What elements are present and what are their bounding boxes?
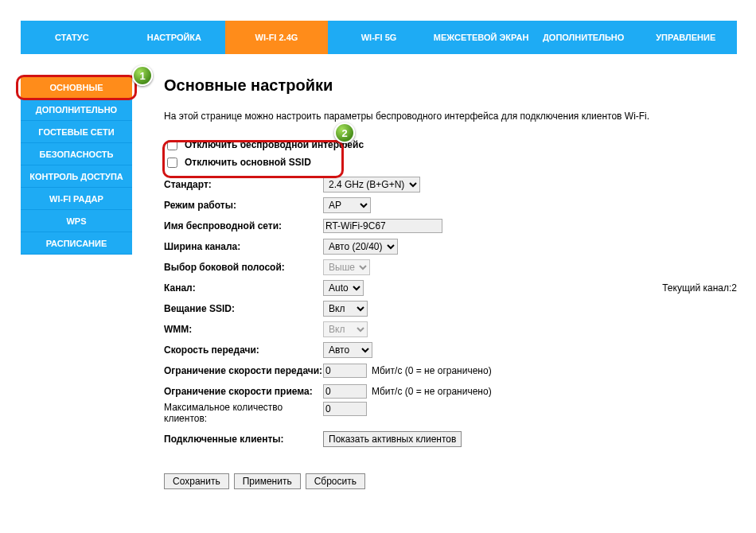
band-select[interactable]: 2.4 GHz (B+G+N) <box>323 177 420 193</box>
wmm-select: Вкл <box>323 321 368 337</box>
page-intro: На этой странице можно настроить парамет… <box>164 111 737 122</box>
sidebar: ОСНОВНЫЕ ДОПОЛНИТЕЛЬНО ГОСТЕВЫЕ СЕТИ БЕЗ… <box>21 76 132 489</box>
topnav-status[interactable]: СТАТУС <box>21 21 123 54</box>
sidebar-item-guest[interactable]: ГОСТЕВЫЕ СЕТИ <box>21 121 132 143</box>
show-clients-button[interactable]: Показать активных клиентов <box>323 431 462 447</box>
topnav-wifi5g[interactable]: WI-FI 5G <box>328 21 431 54</box>
page-title: Основные настройки <box>164 76 737 95</box>
save-button[interactable]: Сохранить <box>164 473 229 489</box>
disable-wlan-checkbox[interactable] <box>167 140 177 150</box>
chwidth-label: Ширина канала: <box>164 241 323 252</box>
topnav-setup[interactable]: НАСТРОЙКА <box>123 21 226 54</box>
reset-button[interactable]: Сбросить <box>306 473 365 489</box>
top-nav: СТАТУС НАСТРОЙКА WI-FI 2.4G WI-FI 5G МЕЖ… <box>21 21 737 54</box>
sideband-label: Выбор боковой полосой: <box>164 262 323 273</box>
sidebar-item-schedule[interactable]: РАСПИСАНИЕ <box>21 232 132 255</box>
sidebar-item-advanced[interactable]: ДОПОЛНИТЕЛЬНО <box>21 99 132 121</box>
txlimit-input[interactable] <box>323 364 367 378</box>
wmm-label: WMM: <box>164 324 323 335</box>
maxclients-label: Максимальное количество клиентов: <box>164 402 323 424</box>
chwidth-select[interactable]: Авто (20/40) <box>323 239 398 255</box>
disable-ssid-label: Отключить основной SSID <box>185 157 311 168</box>
annotation-badge-2: 2 <box>334 123 355 143</box>
sidebar-item-security[interactable]: БЕЗОПАСНОСТЬ <box>21 143 132 165</box>
ssid-input[interactable] <box>323 219 442 233</box>
rxlimit-input[interactable] <box>323 384 367 399</box>
maxclients-input[interactable] <box>323 402 367 416</box>
topnav-management[interactable]: УПРАВЛЕНИЕ <box>634 21 737 54</box>
sidebar-item-radar[interactable]: WI-FI РАДАР <box>21 188 132 210</box>
disable-wlan-label: Отключить беспроводной интерфейс <box>185 139 364 150</box>
txrate-select[interactable]: Авто <box>323 342 372 358</box>
broadcast-select[interactable]: Вкл <box>323 301 368 317</box>
txlimit-hint: Мбит/с (0 = не ограничено) <box>372 365 492 376</box>
rxlimit-label: Ограничение скорости приема: <box>164 386 323 397</box>
mode-label: Режим работы: <box>164 200 323 211</box>
apply-button[interactable]: Применить <box>234 473 301 489</box>
channel-label: Канал: <box>164 282 323 294</box>
current-channel-note: Текущий канал:2 <box>662 282 737 294</box>
topnav-wifi24g[interactable]: WI-FI 2.4G <box>225 21 328 54</box>
sidebar-item-acl[interactable]: КОНТРОЛЬ ДОСТУПА <box>21 165 132 188</box>
band-label: Стандарт: <box>164 179 323 190</box>
txrate-label: Скорость передачи: <box>164 344 323 356</box>
content-pane: Основные настройки На этой странице можн… <box>132 76 737 489</box>
topnav-advanced[interactable]: ДОПОЛНИТЕЛЬНО <box>532 21 635 54</box>
topnav-firewall[interactable]: МЕЖСЕТЕВОЙ ЭКРАН <box>430 21 532 54</box>
clients-label: Подключенные клиенты: <box>164 434 323 445</box>
ssid-label: Имя беспроводной сети: <box>164 220 323 231</box>
rxlimit-hint: Мбит/с (0 = не ограничено) <box>372 386 492 397</box>
txlimit-label: Ограничение скорости передачи: <box>164 365 323 376</box>
sidebar-item-basic[interactable]: ОСНОВНЫЕ <box>21 76 132 99</box>
broadcast-label: Вещание SSID: <box>164 303 323 314</box>
sidebar-item-wps[interactable]: WPS <box>21 210 132 232</box>
channel-select[interactable]: Auto <box>323 280 364 296</box>
annotation-badge-1: 1 <box>132 65 153 86</box>
sideband-select: Выше <box>323 259 370 275</box>
disable-ssid-checkbox[interactable] <box>167 158 177 168</box>
mode-select[interactable]: AP <box>323 197 371 213</box>
